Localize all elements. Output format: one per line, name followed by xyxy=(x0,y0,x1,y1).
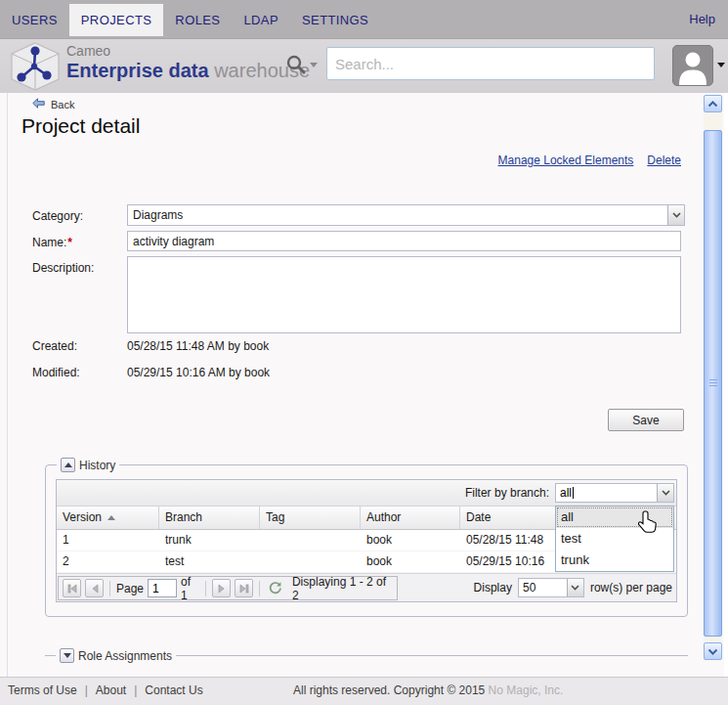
column-header-tag[interactable]: Tag xyxy=(260,507,361,529)
page-actions: Manage Locked Elements Delete xyxy=(498,154,681,167)
refresh-button[interactable] xyxy=(266,579,283,597)
page-size-value: 50 xyxy=(523,581,535,595)
cell-version: 2 xyxy=(57,551,159,572)
column-header-version-label: Version xyxy=(63,507,102,529)
search-icon[interactable] xyxy=(285,54,307,79)
cell-author: book xyxy=(361,551,460,572)
column-header-branch[interactable]: Branch xyxy=(159,507,260,529)
search-input[interactable] xyxy=(326,47,655,80)
prev-page-button[interactable] xyxy=(85,579,104,597)
back-link[interactable]: Back xyxy=(32,98,74,110)
header-bar: Cameo Enterprise data warehouse xyxy=(0,39,728,93)
scrollbar-down-button[interactable] xyxy=(704,642,722,660)
separator xyxy=(259,581,260,596)
name-input[interactable] xyxy=(127,231,681,251)
manage-locked-elements-link[interactable]: Manage Locked Elements xyxy=(498,154,634,167)
separator xyxy=(205,581,206,596)
separator xyxy=(109,581,110,596)
page-input[interactable] xyxy=(148,579,177,597)
chevron-down-icon[interactable] xyxy=(667,205,684,225)
brand-text: Cameo Enterprise data warehouse xyxy=(66,44,310,81)
vertical-scrollbar[interactable] xyxy=(704,95,722,660)
triangle-up-icon xyxy=(64,463,72,467)
page-size-select[interactable]: 50 xyxy=(518,578,584,597)
nav-tab-projects[interactable]: PROJECTS xyxy=(69,4,164,36)
page-label: Page xyxy=(116,582,144,595)
page-title: Project detail xyxy=(21,114,140,138)
dropdown-option-test[interactable]: test xyxy=(556,528,673,550)
name-label-text: Name: xyxy=(32,236,66,249)
branch-filter-value: all xyxy=(560,486,572,500)
column-header-author[interactable]: Author xyxy=(361,507,460,529)
filter-by-branch-label: Filter by branch: xyxy=(465,486,549,500)
per-page-label: row(s) per page xyxy=(590,581,672,595)
displaying-status: Displaying 1 - 2 of 2 xyxy=(292,575,393,602)
help-link[interactable]: Help xyxy=(689,0,715,39)
scrollbar-up-button[interactable] xyxy=(704,95,722,112)
branch-filter-combobox[interactable]: all xyxy=(555,483,674,503)
expand-role-assignments-button[interactable] xyxy=(60,648,74,663)
delete-link[interactable]: Delete xyxy=(647,154,681,167)
cell-branch: trunk xyxy=(159,530,260,551)
column-header-version[interactable]: Version xyxy=(57,507,159,529)
cameo-logo-icon xyxy=(8,41,63,96)
description-label: Description: xyxy=(32,261,94,275)
search-options-caret-icon[interactable] xyxy=(310,63,318,67)
footer: Terms of Use | About | Contact Us All ri… xyxy=(0,677,728,705)
nav-tab-roles[interactable]: ROLES xyxy=(163,4,232,36)
cell-version: 1 xyxy=(57,530,159,551)
grid-toolbar: Filter by branch: all xyxy=(57,480,676,507)
text-cursor xyxy=(573,487,574,499)
copyright-label: All rights reserved. Copyright © 2015 xyxy=(293,683,489,697)
scrollbar-grip xyxy=(709,379,717,388)
refresh-icon xyxy=(268,581,282,595)
nav-tab-users[interactable]: USERS xyxy=(0,4,69,36)
terms-of-use-link[interactable]: Terms of Use xyxy=(8,678,77,704)
scrollbar-thumb[interactable] xyxy=(704,130,722,637)
description-textarea[interactable] xyxy=(127,256,681,333)
cell-tag xyxy=(260,530,361,551)
content-border xyxy=(7,93,8,677)
nav-tab-ldap[interactable]: LDAP xyxy=(232,4,290,36)
role-assignments-label: Role Assignments xyxy=(78,649,172,663)
separator: | xyxy=(85,678,88,704)
about-link[interactable]: About xyxy=(96,678,126,704)
display-label: Display xyxy=(474,581,512,595)
role-assignments-legend: Role Assignments xyxy=(56,648,176,663)
app-window: USERS PROJECTS ROLES LDAP SETTINGS Help … xyxy=(0,0,728,705)
required-asterisk: * xyxy=(67,236,72,249)
separator: | xyxy=(134,678,137,704)
category-select[interactable]: Diagrams xyxy=(127,204,685,226)
nav-tab-settings[interactable]: SETTINGS xyxy=(290,4,380,36)
cell-author: book xyxy=(361,530,460,551)
column-header-author-label: Author xyxy=(366,507,401,529)
cell-branch: test xyxy=(159,551,260,572)
chevron-down-icon[interactable] xyxy=(657,484,673,502)
branch-filter-dropdown: all test trunk xyxy=(555,506,674,572)
back-arrow-icon xyxy=(32,98,45,110)
created-value: 05/28/15 11:48 AM by book xyxy=(127,339,269,353)
next-page-button[interactable] xyxy=(212,579,231,597)
last-page-button[interactable] xyxy=(235,579,253,597)
paging-toolbar: Page of 1 xyxy=(57,573,676,601)
right-gutter xyxy=(724,93,728,705)
collapse-history-button[interactable] xyxy=(61,458,75,472)
category-label: Category: xyxy=(32,207,83,225)
chevron-down-icon[interactable] xyxy=(567,579,583,596)
modified-value: 05/29/15 10:16 AM by book xyxy=(127,366,270,379)
contact-us-link[interactable]: Contact Us xyxy=(145,678,202,704)
role-assignments-fieldset: Role Assignments xyxy=(45,655,688,665)
dropdown-option-all[interactable]: all xyxy=(556,507,673,528)
save-button[interactable]: Save xyxy=(608,409,684,431)
first-page-button[interactable] xyxy=(63,579,81,597)
brand-strong: Enterprise data xyxy=(66,60,209,81)
user-menu-caret-icon[interactable] xyxy=(717,63,725,67)
top-nav: USERS PROJECTS ROLES LDAP SETTINGS Help xyxy=(0,0,728,39)
dropdown-option-trunk[interactable]: trunk xyxy=(556,550,673,571)
footer-links: Terms of Use | About | Contact Us xyxy=(8,678,203,704)
column-header-date-label: Date xyxy=(466,507,491,529)
brand-line2: Enterprise data warehouse xyxy=(66,60,310,81)
user-avatar[interactable] xyxy=(672,45,713,86)
page-size-controls: Display 50 row(s) per page xyxy=(474,578,672,597)
history-legend: History xyxy=(57,458,119,472)
